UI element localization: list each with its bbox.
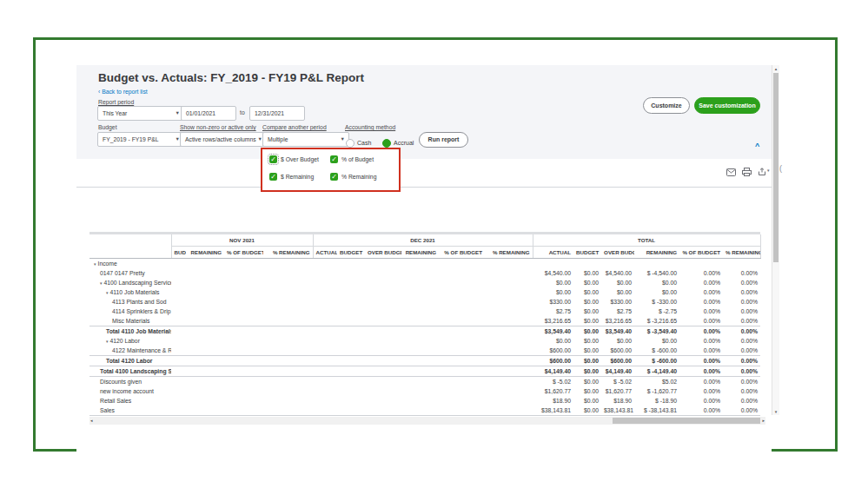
report-value[interactable]: $600.00	[601, 346, 634, 356]
report-value[interactable]: $0.00	[573, 297, 601, 307]
date-to-input[interactable]: 12/31/2021	[249, 106, 305, 121]
over-budget-checkbox[interactable]: ✓$ Over Budget	[269, 155, 319, 163]
report-value[interactable]: $0.00	[533, 336, 573, 346]
back-to-report-list-link[interactable]: ‹ Back to report list	[98, 89, 148, 95]
pct-remaining-checkbox[interactable]: ✓% Remaining	[330, 173, 376, 181]
report-value[interactable]: $0.00	[573, 316, 601, 326]
date-from-input[interactable]: 01/01/2021	[181, 106, 236, 121]
report-value[interactable]: $0.00	[601, 287, 634, 297]
report-value[interactable]: $5.02	[634, 377, 679, 387]
report-value[interactable]: 0.00%	[723, 406, 760, 415]
report-value[interactable]: 0.00%	[679, 297, 723, 307]
report-value[interactable]: $0.00	[573, 406, 601, 415]
report-value[interactable]: $0.00	[573, 346, 601, 356]
report-value[interactable]: 0.00%	[679, 386, 723, 396]
horizontal-scroll-thumb[interactable]	[613, 418, 760, 424]
report-value[interactable]: $0.00	[573, 377, 601, 387]
report-value[interactable]: 0.00%	[679, 268, 723, 278]
report-value[interactable]: $ -600.00	[634, 346, 679, 356]
report-value[interactable]: 0.00%	[723, 307, 760, 316]
export-menu-button[interactable]: ▾	[758, 168, 770, 176]
report-period-select[interactable]: This Year▼	[97, 106, 184, 121]
report-value[interactable]: $3,216.65	[533, 316, 573, 326]
report-value[interactable]: $0.00	[634, 336, 679, 346]
report-value[interactable]: $3,216.65	[601, 316, 634, 326]
report-value[interactable]: 0.00%	[723, 336, 760, 346]
scroll-left-arrow-icon[interactable]: ◂	[90, 417, 93, 425]
report-value[interactable]: $ -5.02	[533, 377, 573, 387]
save-customization-button[interactable]: Save customization	[694, 97, 760, 114]
report-value[interactable]: $4,540.00	[533, 268, 573, 278]
report-value[interactable]: $4,149.40	[601, 366, 634, 377]
report-value[interactable]: $0.00	[601, 336, 634, 346]
account-name[interactable]: ▾Income	[89, 259, 171, 269]
report-value[interactable]: 0.00%	[723, 268, 760, 278]
report-value[interactable]: 0.00%	[723, 316, 760, 326]
scroll-down-arrow-icon[interactable]: ▾	[772, 409, 779, 414]
report-value[interactable]: 0.00%	[679, 307, 723, 316]
run-report-button[interactable]: Run report	[419, 132, 468, 148]
printer-icon[interactable]	[742, 168, 752, 176]
report-value[interactable]: $18.90	[533, 396, 573, 406]
report-value[interactable]: $ -2.75	[634, 307, 679, 316]
report-value[interactable]: 0.00%	[679, 366, 723, 377]
report-value[interactable]: $18.90	[601, 396, 634, 406]
report-value[interactable]: 0.00%	[723, 278, 760, 287]
report-value[interactable]: $ -18.90	[634, 396, 679, 406]
report-value[interactable]: 0.00%	[723, 287, 760, 297]
report-value[interactable]: $600.00	[601, 356, 634, 366]
scroll-right-arrow-icon[interactable]: ▸	[762, 417, 765, 425]
report-value[interactable]: $ -4,149.40	[634, 366, 679, 377]
report-value[interactable]: $0.00	[573, 396, 601, 406]
report-value[interactable]: $2.75	[601, 307, 634, 316]
report-value[interactable]: $0.00	[573, 278, 601, 287]
report-value[interactable]: $330.00	[601, 297, 634, 307]
report-value[interactable]: 0.00%	[723, 326, 760, 337]
report-value[interactable]: $1,620.77	[533, 386, 573, 396]
report-value[interactable]: $ -3,549.40	[634, 326, 679, 337]
report-value[interactable]: $ -4,540.00	[634, 268, 679, 278]
report-value[interactable]: 0.00%	[679, 278, 723, 287]
report-value[interactable]: $2.75	[533, 307, 573, 316]
vertical-scroll-thumb[interactable]	[773, 73, 779, 262]
report-value[interactable]: $0.00	[573, 366, 601, 377]
pct-of-budget-checkbox[interactable]: ✓% of Budget	[330, 155, 374, 163]
report-value[interactable]: 0.00%	[679, 377, 723, 387]
vertical-scrollbar[interactable]: ▴ ▾	[772, 65, 779, 415]
report-value[interactable]: $3,549.40	[601, 326, 634, 337]
report-value[interactable]: $600.00	[533, 356, 573, 366]
dollar-remaining-checkbox[interactable]: ✓$ Remaining	[269, 173, 314, 181]
report-value[interactable]: 0.00%	[679, 336, 723, 346]
budget-select[interactable]: FY_2019 - FY19 P&L▼	[97, 132, 184, 147]
report-value[interactable]: $ -1,620.77	[634, 386, 679, 396]
report-value[interactable]: $38,143.81	[601, 406, 634, 415]
report-value[interactable]: 0.00%	[723, 396, 760, 406]
report-value[interactable]: 0.00%	[679, 346, 723, 356]
report-value[interactable]: 0.00%	[679, 316, 723, 326]
report-value[interactable]: $ -5.02	[601, 377, 634, 387]
report-value[interactable]: $0.00	[573, 287, 601, 297]
report-value[interactable]: 0.00%	[679, 287, 723, 297]
report-value[interactable]: $4,540.00	[601, 268, 634, 278]
report-value[interactable]: 0.00%	[723, 377, 760, 387]
account-name[interactable]: ▾4100 Landscaping Services	[89, 278, 171, 287]
report-value[interactable]: $0.00	[573, 326, 601, 337]
account-name[interactable]: ▾4120 Labor	[89, 336, 171, 346]
report-value[interactable]: $ -38,143.81	[634, 406, 679, 415]
report-value[interactable]: $ -600.00	[634, 356, 679, 366]
horizontal-scrollbar[interactable]: ◂ ▸	[89, 417, 765, 425]
report-value[interactable]: 0.00%	[723, 366, 760, 377]
report-value[interactable]: $0.00	[573, 307, 601, 316]
report-value[interactable]: 0.00%	[679, 396, 723, 406]
collapse-filters-chevron[interactable]: ^	[755, 142, 759, 150]
report-value[interactable]: $ -3,216.65	[634, 316, 679, 326]
report-value[interactable]: $0.00	[601, 278, 634, 287]
email-icon[interactable]	[726, 168, 736, 176]
report-value[interactable]: 0.00%	[723, 297, 760, 307]
report-value[interactable]: 0.00%	[723, 346, 760, 356]
report-value[interactable]: $0.00	[573, 268, 601, 278]
compare-period-select[interactable]: Multiple▼	[262, 132, 349, 147]
report-value[interactable]: 0.00%	[679, 326, 723, 337]
report-value[interactable]: 0.00%	[679, 406, 723, 415]
report-value[interactable]: $0.00	[573, 336, 601, 346]
